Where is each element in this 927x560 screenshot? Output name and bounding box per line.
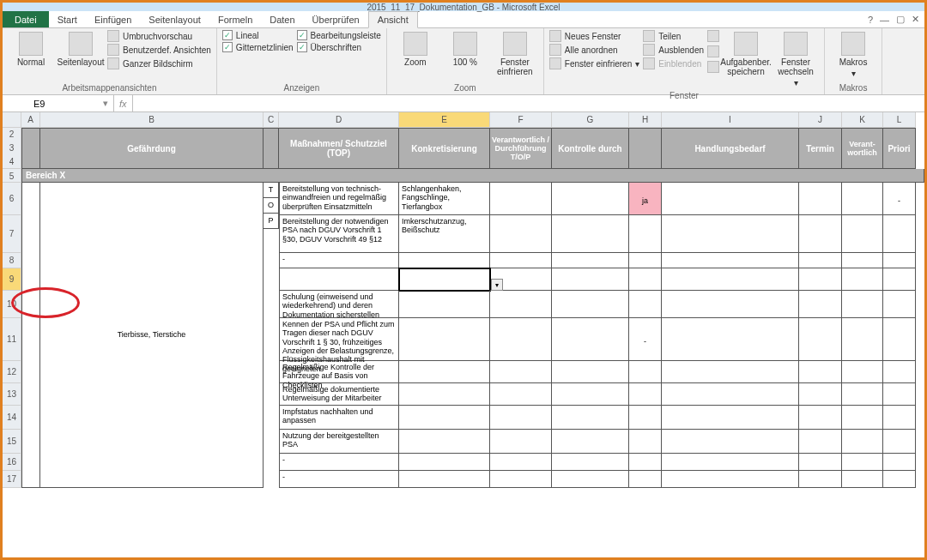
row-header[interactable]: 11 <box>3 318 21 361</box>
normal-view-button[interactable]: Normal <box>8 30 54 69</box>
col-header[interactable]: G <box>552 112 629 128</box>
new-window-button[interactable]: Neues Fenster <box>549 30 639 42</box>
table-cell[interactable] <box>662 318 799 361</box>
table-cell[interactable]: O <box>264 198 279 214</box>
zoom-selection-button[interactable]: Fenster einfrieren <box>492 30 538 78</box>
table-cell[interactable] <box>799 430 842 454</box>
formula-bar-checkbox[interactable]: Bearbeitungsleiste <box>297 30 381 40</box>
row-header[interactable]: 12 <box>3 361 21 383</box>
table-cell[interactable]: Regelmäßige Kontrolle der Fahrzeuge auf … <box>279 361 399 383</box>
table-cell[interactable] <box>799 183 842 215</box>
spreadsheet-grid[interactable]: 234567891011121314151617 GefährdungMaßna… <box>3 128 924 560</box>
table-cell[interactable] <box>490 406 552 430</box>
table-cell[interactable] <box>799 406 842 430</box>
tab-start[interactable]: Start <box>49 11 86 27</box>
col-header[interactable]: D <box>279 112 399 128</box>
table-cell[interactable] <box>490 430 552 454</box>
table-cell[interactable] <box>629 430 662 454</box>
table-cell[interactable]: - <box>279 454 399 471</box>
table-cell[interactable] <box>399 253 490 268</box>
table-cell[interactable] <box>490 183 552 215</box>
table-cell[interactable] <box>399 430 490 454</box>
table-cell[interactable] <box>662 454 799 471</box>
table-cell[interactable] <box>883 318 916 361</box>
table-cell[interactable] <box>662 253 799 268</box>
table-cell[interactable] <box>883 406 916 430</box>
split-button[interactable]: Teilen <box>643 30 704 42</box>
col-header[interactable]: F <box>490 112 552 128</box>
row-header[interactable]: 6 <box>3 183 21 215</box>
page-break-button[interactable]: Umbruchvorschau <box>107 30 211 42</box>
table-cell[interactable]: ja <box>629 183 662 215</box>
arrange-all-button[interactable]: Alle anordnen <box>549 44 639 56</box>
table-cell[interactable] <box>662 215 799 253</box>
row-header[interactable]: 17 <box>3 471 21 488</box>
table-cell[interactable] <box>799 268 842 291</box>
table-cell[interactable] <box>883 253 916 268</box>
table-cell[interactable] <box>552 253 629 268</box>
fullscreen-button[interactable]: Ganzer Bildschirm <box>107 57 211 69</box>
table-cell[interactable] <box>629 215 662 253</box>
table-cell[interactable] <box>490 291 552 318</box>
col-header[interactable]: H <box>629 112 662 128</box>
row-header[interactable]: 16 <box>3 454 21 471</box>
table-cell[interactable] <box>799 383 842 406</box>
table-cell[interactable] <box>629 291 662 318</box>
tab-ansicht[interactable]: Ansicht <box>368 11 418 28</box>
table-cell[interactable] <box>842 268 883 291</box>
table-cell[interactable] <box>399 471 490 488</box>
table-cell[interactable] <box>21 183 40 488</box>
col-header[interactable]: C <box>264 112 279 128</box>
table-cell[interactable]: Kennen der PSA und Pflicht zum Tragen di… <box>279 318 399 361</box>
table-cell[interactable] <box>662 471 799 488</box>
tab-einfuegen[interactable]: Einfügen <box>86 11 140 27</box>
table-cell[interactable] <box>399 406 490 430</box>
table-cell[interactable] <box>842 471 883 488</box>
table-cell[interactable] <box>552 318 629 361</box>
hide-button[interactable]: Ausblenden <box>643 44 704 56</box>
restore-icon[interactable]: ▢ <box>896 14 905 25</box>
table-cell[interactable] <box>842 318 883 361</box>
row-header[interactable]: 14 <box>3 406 21 430</box>
table-cell[interactable] <box>662 406 799 430</box>
table-cell[interactable]: - <box>279 471 399 488</box>
table-cell[interactable] <box>842 253 883 268</box>
table-cell[interactable] <box>629 454 662 471</box>
table-cell[interactable]: Regelmäßige dokumentierte Unterweisung d… <box>279 383 399 406</box>
table-cell[interactable] <box>629 471 662 488</box>
table-cell[interactable] <box>490 454 552 471</box>
table-cell[interactable]: - <box>279 253 399 268</box>
table-cell[interactable] <box>629 383 662 406</box>
freeze-panes-button[interactable]: Fenster einfrieren ▾ <box>549 57 639 69</box>
formula-input[interactable] <box>133 95 924 111</box>
row-header[interactable]: 13 <box>3 383 21 406</box>
table-cell[interactable] <box>883 430 916 454</box>
ruler-checkbox[interactable]: Lineal <box>222 30 294 40</box>
col-header[interactable]: A <box>21 112 40 128</box>
table-cell[interactable] <box>552 454 629 471</box>
table-cell[interactable]: Schulung (einweisend und wiederkehrend) … <box>279 291 399 318</box>
table-cell[interactable] <box>662 361 799 383</box>
page-layout-button[interactable]: Seitenlayout <box>58 30 104 69</box>
table-cell[interactable] <box>883 454 916 471</box>
table-cell[interactable] <box>490 361 552 383</box>
tab-daten[interactable]: Daten <box>261 11 303 27</box>
table-cell[interactable] <box>842 454 883 471</box>
reset-pos-icon[interactable] <box>707 45 719 57</box>
table-cell[interactable] <box>883 268 916 291</box>
gridlines-checkbox[interactable]: Gitternetzlinien <box>222 42 294 52</box>
row-header[interactable]: 10 <box>3 291 21 318</box>
table-cell[interactable] <box>552 215 629 253</box>
table-cell[interactable]: Imkerschutzanzug, Beißschutz <box>399 215 490 253</box>
table-cell[interactable]: Impfstatus nachhalten und anpassen <box>279 406 399 430</box>
table-cell[interactable] <box>490 471 552 488</box>
table-cell[interactable] <box>552 291 629 318</box>
table-cell[interactable] <box>490 253 552 268</box>
table-cell[interactable] <box>629 268 662 291</box>
table-cell[interactable] <box>799 253 842 268</box>
table-cell[interactable] <box>399 291 490 318</box>
table-cell[interactable] <box>883 291 916 318</box>
table-cell[interactable] <box>883 471 916 488</box>
table-cell[interactable]: T <box>264 183 279 198</box>
table-cell[interactable]: Bereitstellung der notwendigen PSA nach … <box>279 215 399 253</box>
